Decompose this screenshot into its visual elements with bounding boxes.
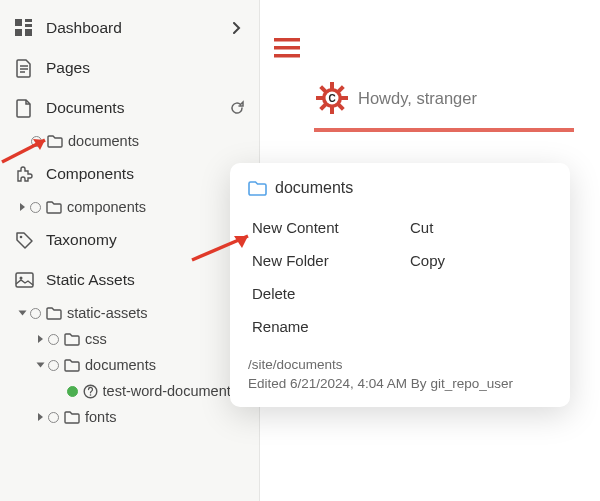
caret-down-icon bbox=[19, 311, 27, 316]
dashboard-icon bbox=[14, 18, 34, 38]
chevron-right-icon bbox=[229, 20, 245, 36]
nav-label: Components bbox=[46, 165, 134, 183]
tree-item-documents[interactable]: documents bbox=[0, 128, 259, 154]
context-menu: documents New Content New Folder Delete … bbox=[230, 163, 570, 407]
status-circle-icon bbox=[48, 334, 59, 345]
tree-item-fonts[interactable]: fonts bbox=[0, 404, 259, 430]
tree-label: documents bbox=[68, 133, 139, 149]
context-menu-edited: Edited 6/21/2024, 4:04 AM By git_repo_us… bbox=[248, 374, 552, 393]
gear-logo-icon: C bbox=[316, 82, 348, 114]
status-circle-icon bbox=[48, 360, 59, 371]
svg-rect-0 bbox=[15, 19, 22, 26]
ctx-new-content[interactable]: New Content bbox=[248, 211, 394, 244]
folder-icon bbox=[64, 331, 80, 347]
accent-underline bbox=[314, 128, 574, 132]
nav-documents[interactable]: Documents bbox=[0, 88, 259, 128]
status-circle-icon bbox=[30, 308, 41, 319]
nav-pages[interactable]: Pages bbox=[0, 48, 259, 88]
svg-point-5 bbox=[19, 235, 22, 238]
page-icon bbox=[14, 58, 34, 78]
caret-down-icon bbox=[37, 363, 45, 368]
nav-label: Pages bbox=[46, 59, 90, 77]
status-circle-icon bbox=[48, 412, 59, 423]
svg-rect-1 bbox=[25, 19, 32, 22]
folder-icon bbox=[64, 357, 80, 373]
nav-label: Taxonomy bbox=[46, 231, 117, 249]
nav-label: Static Assets bbox=[46, 271, 135, 289]
svg-rect-11 bbox=[274, 46, 300, 50]
ctx-rename[interactable]: Rename bbox=[248, 310, 394, 343]
nav-label: Documents bbox=[46, 99, 124, 117]
tree-label: fonts bbox=[85, 409, 116, 425]
svg-rect-2 bbox=[25, 24, 32, 27]
svg-text:C: C bbox=[328, 93, 335, 104]
svg-rect-3 bbox=[15, 29, 22, 36]
unknown-file-icon bbox=[83, 383, 98, 399]
tree-item-css[interactable]: css bbox=[0, 326, 259, 352]
tree-label: static-assets bbox=[67, 305, 148, 321]
svg-rect-12 bbox=[274, 54, 300, 58]
tree-label: components bbox=[67, 199, 146, 215]
caret-right-icon bbox=[38, 335, 43, 343]
tree-label: css bbox=[85, 331, 107, 347]
greeting-text: Howdy, stranger bbox=[358, 89, 477, 108]
tree-item-components[interactable]: components bbox=[0, 194, 259, 220]
status-circle-new-icon bbox=[67, 386, 78, 397]
nav-taxonomy[interactable]: Taxonomy bbox=[0, 220, 259, 260]
ctx-new-folder[interactable]: New Folder bbox=[248, 244, 394, 277]
svg-rect-15 bbox=[330, 107, 334, 114]
refresh-icon[interactable] bbox=[229, 100, 245, 116]
tree-label: documents bbox=[85, 357, 156, 373]
svg-rect-14 bbox=[330, 82, 334, 89]
caret-right-icon bbox=[20, 203, 25, 211]
svg-point-7 bbox=[19, 277, 22, 280]
svg-point-9 bbox=[89, 394, 91, 396]
status-circle-icon bbox=[31, 136, 42, 147]
context-menu-path: /site/documents bbox=[248, 355, 552, 374]
svg-rect-4 bbox=[25, 29, 32, 36]
image-icon bbox=[14, 270, 34, 290]
folder-icon bbox=[47, 133, 63, 149]
nav-static-assets[interactable]: Static Assets bbox=[0, 260, 259, 300]
folder-icon bbox=[64, 409, 80, 425]
folder-icon bbox=[46, 305, 62, 321]
svg-rect-17 bbox=[341, 96, 348, 100]
tree-item-test-doc[interactable]: test-word-document.d… bbox=[0, 378, 259, 404]
tree-item-documents-folder[interactable]: documents bbox=[0, 352, 259, 378]
document-icon bbox=[14, 98, 34, 118]
context-menu-title: documents bbox=[275, 179, 353, 197]
ctx-delete[interactable]: Delete bbox=[248, 277, 394, 310]
folder-icon bbox=[46, 199, 62, 215]
ctx-copy[interactable]: Copy bbox=[406, 244, 552, 277]
tree-label: test-word-document.d… bbox=[103, 383, 247, 399]
puzzle-icon bbox=[14, 164, 34, 184]
svg-rect-10 bbox=[274, 38, 300, 42]
caret-right-icon bbox=[38, 413, 43, 421]
folder-icon bbox=[248, 181, 267, 196]
status-circle-icon bbox=[30, 202, 41, 213]
hamburger-icon[interactable] bbox=[274, 38, 600, 58]
nav-components[interactable]: Components bbox=[0, 154, 259, 194]
svg-rect-16 bbox=[316, 96, 323, 100]
svg-rect-6 bbox=[16, 273, 33, 287]
nav-dashboard[interactable]: Dashboard bbox=[0, 8, 259, 48]
nav-label: Dashboard bbox=[46, 19, 122, 37]
tag-icon bbox=[14, 230, 34, 250]
ctx-cut[interactable]: Cut bbox=[406, 211, 552, 244]
sidebar: Dashboard Pages Documents documents bbox=[0, 0, 260, 501]
tree-item-static-assets[interactable]: static-assets bbox=[0, 300, 259, 326]
